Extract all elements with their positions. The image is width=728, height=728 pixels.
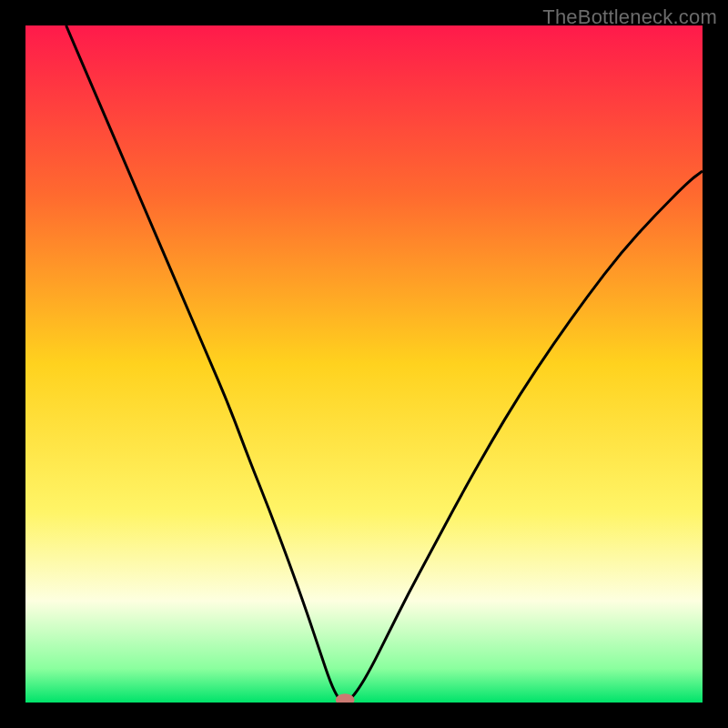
bottleneck-chart: TheBottleneck.com (0, 0, 728, 728)
chart-canvas (0, 0, 728, 728)
watermark-text: TheBottleneck.com (542, 5, 717, 29)
gradient-background (25, 25, 703, 703)
